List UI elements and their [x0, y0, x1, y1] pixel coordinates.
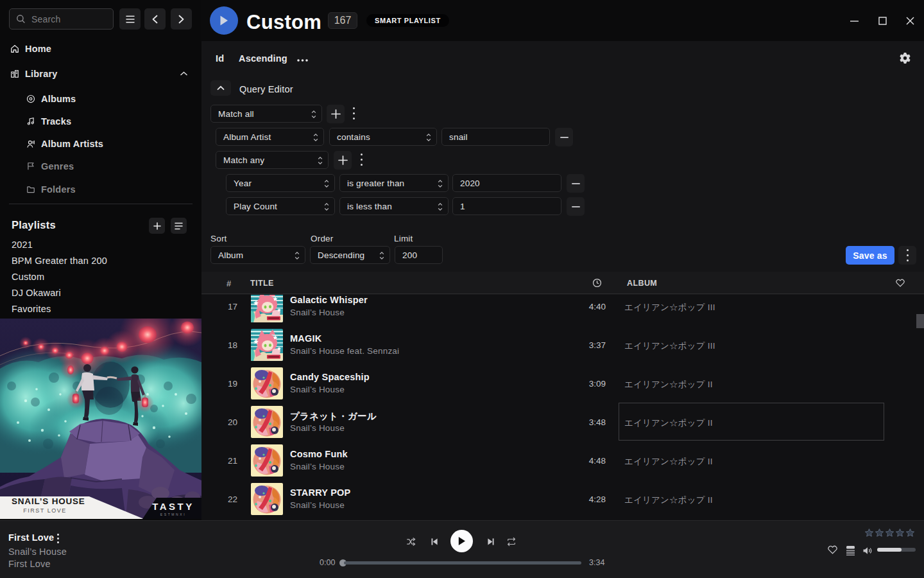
svg-text:TASTY: TASTY	[152, 501, 194, 512]
svg-text:ESTMNXI: ESTMNXI	[160, 512, 186, 516]
svg-text:FIRST LOVE: FIRST LOVE	[23, 507, 66, 514]
svg-text:SNAIL’S HOUSE: SNAIL’S HOUSE	[12, 496, 85, 506]
